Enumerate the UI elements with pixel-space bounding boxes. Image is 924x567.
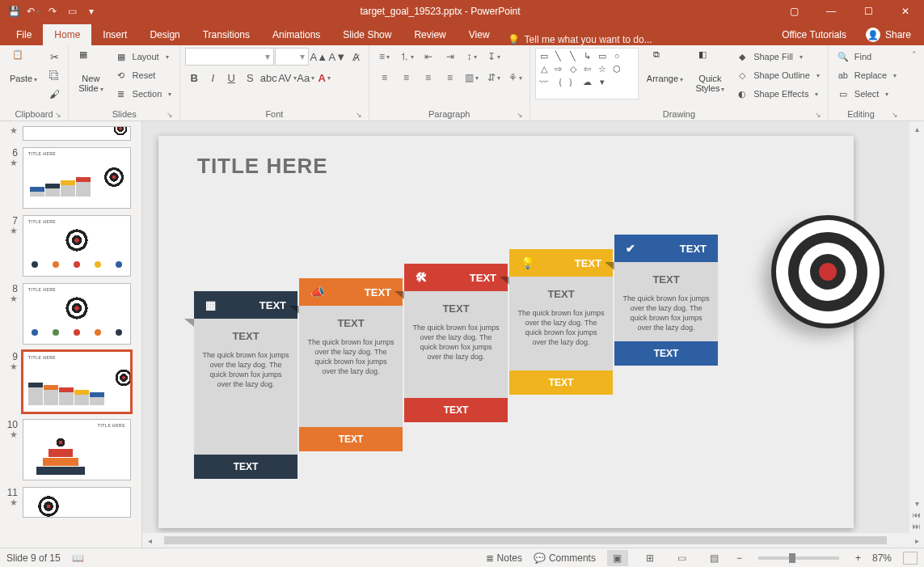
minimize-button[interactable]: — [812,0,850,23]
close-button[interactable]: ✕ [887,0,924,23]
reading-view-button[interactable]: ▭ [672,550,693,566]
text-direction-button[interactable]: ↧ [483,48,504,66]
zoom-in-button[interactable]: + [855,552,861,564]
maximize-button[interactable]: ☐ [850,0,887,23]
clear-formatting-button[interactable]: A̷ [347,48,365,66]
scroll-left-button[interactable]: ◂ [144,535,155,546]
shape-outline-button[interactable]: ◇Shape Outline [732,66,823,84]
thumbnail-6[interactable]: 6★ TITLE HERE [0,144,141,212]
thumbnail-5[interactable]: ★ [0,123,141,144]
hscroll-thumb[interactable] [164,536,887,544]
tab-file[interactable]: File [5,24,43,45]
slideshow-view-button[interactable]: ▤ [704,550,725,566]
normal-view-button[interactable]: ▣ [607,550,628,566]
zoom-thumb[interactable] [789,553,795,563]
ribbon-display-options-button[interactable]: ▢ [775,0,812,23]
comments-button[interactable]: 💬Comments [534,552,596,564]
columns-button[interactable]: ▥ [462,69,483,87]
align-text-button[interactable]: ⇵ [483,69,504,87]
fit-to-window-button[interactable] [903,552,918,565]
align-right-button[interactable]: ≡ [418,69,439,87]
qat-customize-button[interactable]: ▾ [82,2,100,20]
reset-button[interactable]: ⟲Reset [112,66,175,84]
tab-slide-show[interactable]: Slide Show [331,24,403,45]
replace-button[interactable]: abReplace [833,66,900,84]
slide-thumbnails-panel[interactable]: ★ 6★ TITLE HERE 7★ TITLE HERE 8★ TITLE H… [0,121,142,548]
slide-counter[interactable]: Slide 9 of 15 [6,552,61,564]
scroll-right-button[interactable]: ▸ [911,535,922,546]
scroll-down-button[interactable]: ▾ [911,497,922,509]
tab-home[interactable]: Home [43,24,91,45]
shapes-gallery[interactable]: ▭╲╲↳▭○ △⇨◇⇦☆⬡ 〰｛｝☁▾ [535,48,639,99]
slide-canvas[interactable]: TITLE HERE ▦TEXT TEXTThe quick brown fox… [142,121,924,533]
shape-effects-button[interactable]: ◐Shape Effects [732,85,823,103]
collapse-ribbon-button[interactable]: ˄ [905,45,924,121]
text-shadow-button[interactable]: abc [259,69,277,87]
slide-sorter-view-button[interactable]: ⊞ [639,550,660,566]
underline-button[interactable]: U [222,69,240,87]
scroll-up-button[interactable]: ▴ [911,123,922,134]
redo-button[interactable]: ↷ [44,2,61,20]
section-button[interactable]: ≣Section [112,85,175,103]
next-slide-button[interactable]: ⏭ [911,520,922,531]
thumbnail-8[interactable]: 8★ TITLE HERE [0,280,141,348]
character-spacing-button[interactable]: AV [278,69,296,87]
step-2[interactable]: 📣TEXT TEXTThe quick brown fox jumps over… [299,278,403,451]
tab-view[interactable]: View [458,24,501,45]
step-4[interactable]: 💡TEXT TEXTThe quick brown fox jumps over… [509,249,613,395]
undo-button[interactable]: ↶ [24,2,42,20]
find-button[interactable]: 🔍Find [833,48,900,66]
shape-fill-button[interactable]: ◆Shape Fill [732,48,823,66]
font-size-combo[interactable]: ▾ [275,48,309,66]
step-5[interactable]: ✔TEXT TEXTThe quick brown fox jumps over… [614,235,718,366]
tab-review[interactable]: Review [403,24,457,45]
bold-button[interactable]: B [185,69,203,87]
tab-insert[interactable]: Insert [91,24,138,45]
change-case-button[interactable]: Aa [297,69,314,87]
tab-design[interactable]: Design [138,24,191,45]
spell-check-icon[interactable]: 📖 [72,552,84,564]
target-graphic[interactable] [771,215,884,328]
hscroll-track[interactable] [157,535,909,546]
slide-title[interactable]: TITLE HERE [197,154,328,179]
start-from-beginning-button[interactable]: ▭ [63,2,81,20]
thumbnail-11[interactable]: 11★ [0,484,141,521]
step-3[interactable]: 🛠TEXT TEXTThe quick brown fox jumps over… [404,264,508,422]
select-button[interactable]: ▭Select [833,85,900,103]
notes-button[interactable]: ≣Notes [486,552,522,564]
step-1[interactable]: ▦TEXT TEXTThe quick brown fox jumps over… [194,291,297,479]
slide[interactable]: TITLE HERE ▦TEXT TEXTThe quick brown fox… [158,136,854,528]
increase-indent-button[interactable]: ⇥ [440,48,461,66]
increase-font-button[interactable]: A▲ [310,48,327,66]
format-painter-button[interactable]: 🖌 [45,85,63,103]
thumbnail-9[interactable]: 9★ TITLE HERE [0,348,141,416]
italic-button[interactable]: I [204,69,222,87]
align-center-button[interactable]: ≡ [396,69,417,87]
zoom-out-button[interactable]: − [736,552,742,564]
justify-button[interactable]: ≡ [440,69,461,87]
vertical-scrollbar[interactable]: ▴ ▾ ⏮ ⏭ [909,121,924,533]
paste-button[interactable]: 📋 Paste [5,48,42,87]
font-color-button[interactable]: A [315,69,333,87]
zoom-level[interactable]: 87% [872,552,892,564]
zoom-slider[interactable] [758,556,839,560]
font-name-combo[interactable]: ▾ [185,48,274,66]
align-left-button[interactable]: ≡ [374,69,395,87]
quick-styles-button[interactable]: ◧ Quick Styles [691,48,729,96]
smartart-button[interactable]: ⚘ [505,69,526,87]
share-button[interactable]: 👤 Share [858,28,919,42]
copy-button[interactable]: ⿻ [45,66,63,84]
cut-button[interactable]: ✂ [45,48,63,66]
arrange-button[interactable]: ⧉ Arrange [642,48,688,87]
line-spacing-button[interactable]: ↕ [462,48,483,66]
decrease-indent-button[interactable]: ⇤ [418,48,439,66]
layout-button[interactable]: ▦Layout [112,48,175,66]
tell-me-search[interactable]: 💡 Tell me what you want to do... [508,34,652,45]
save-button[interactable]: 💾 [5,2,23,20]
strikethrough-button[interactable]: S [241,69,259,87]
horizontal-scrollbar[interactable]: ◂ ▸ [142,533,924,548]
tab-transitions[interactable]: Transitions [192,24,261,45]
numbering-button[interactable]: ⒈ [396,48,417,66]
prev-slide-button[interactable]: ⏮ [911,509,922,520]
bullets-button[interactable]: ≡ [374,48,395,66]
